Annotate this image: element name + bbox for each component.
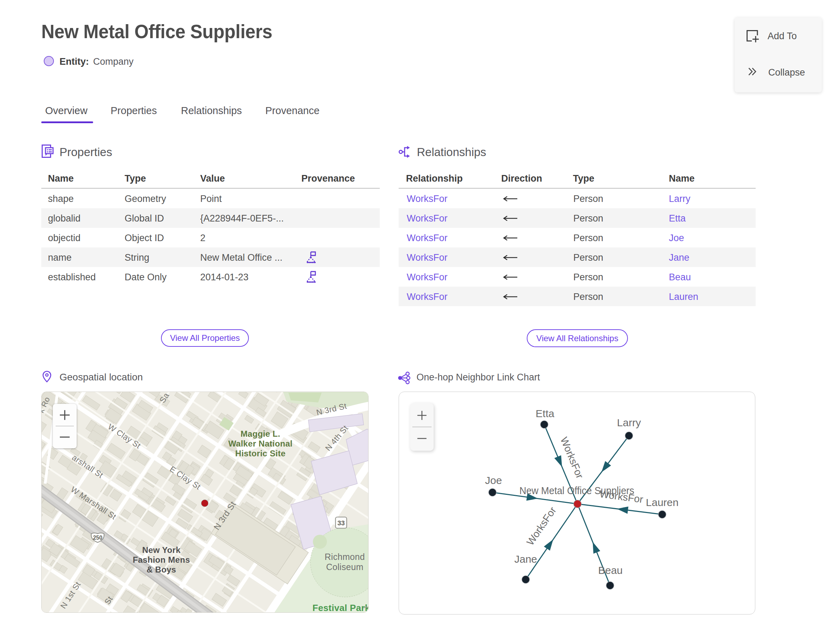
svg-text:250: 250: [93, 535, 103, 540]
svg-text:WorksFor: WorksFor: [558, 436, 585, 480]
svg-text:& Boys: & Boys: [146, 565, 177, 574]
svg-text:Jane: Jane: [514, 553, 537, 565]
svg-text:Festival Park: Festival Park: [313, 602, 369, 613]
svg-text:Lauren: Lauren: [646, 497, 678, 508]
svg-text:Richmond: Richmond: [325, 552, 365, 562]
svg-text:WorksFor: WorksFor: [599, 488, 644, 505]
svg-text:Maggie L.: Maggie L.: [240, 429, 280, 439]
svg-text:Coliseum: Coliseum: [326, 562, 364, 572]
svg-text:WorksFor: WorksFor: [524, 505, 558, 547]
svg-text:Fashion Mens: Fashion Mens: [133, 555, 190, 564]
svg-text:Walker National: Walker National: [228, 439, 293, 448]
svg-text:Etta: Etta: [536, 408, 554, 419]
svg-text:Historic Site: Historic Site: [235, 448, 286, 458]
svg-text:33: 33: [337, 519, 345, 527]
svg-text:Joe: Joe: [485, 475, 502, 486]
svg-text:New York: New York: [142, 545, 181, 555]
svg-text:Larry: Larry: [617, 417, 641, 428]
svg-text:Beau: Beau: [598, 564, 623, 576]
